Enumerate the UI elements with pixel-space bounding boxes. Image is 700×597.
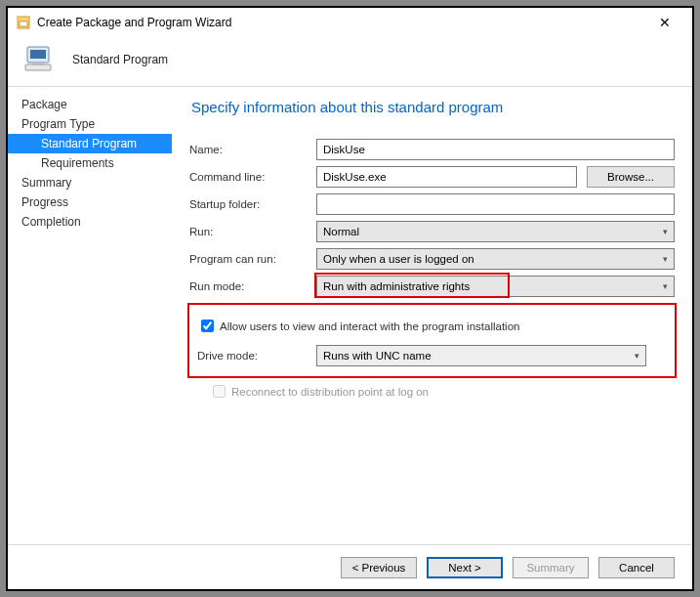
chevron-down-icon: ▾	[663, 227, 668, 236]
program-can-run-select[interactable]: Only when a user is logged on ▾	[316, 248, 675, 270]
label-name: Name:	[189, 144, 316, 155]
allow-users-label: Allow users to view and interact with th…	[220, 320, 519, 332]
run-mode-select[interactable]: Run with administrative rights ▾	[316, 276, 675, 297]
run-select[interactable]: Normal ▾	[316, 221, 675, 242]
annotation-highlight-group: Allow users to view and interact with th…	[187, 303, 677, 378]
svg-rect-5	[32, 63, 44, 65]
run-mode-value: Run with administrative rights	[323, 280, 470, 292]
label-canrun: Program can run:	[189, 253, 316, 265]
wizard-footer: < Previous Next > Summary Cancel	[8, 544, 692, 589]
window-title: Create Package and Program Wizard	[37, 16, 645, 29]
next-button[interactable]: Next >	[427, 557, 503, 578]
reconnect-checkbox	[213, 385, 226, 398]
svg-rect-3	[30, 50, 46, 59]
chevron-down-icon: ▾	[663, 254, 668, 264]
run-select-value: Normal	[323, 226, 359, 237]
computer-icon	[21, 41, 59, 78]
startup-input[interactable]	[316, 193, 675, 215]
label-run: Run:	[189, 226, 316, 237]
allow-users-checkbox[interactable]	[201, 320, 214, 332]
sidebar-item-standard-program[interactable]: Standard Program	[8, 134, 172, 153]
chevron-down-icon: ▾	[663, 281, 668, 291]
browse-button[interactable]: Browse...	[587, 166, 675, 188]
app-icon	[16, 15, 31, 30]
sidebar-item-program-type[interactable]: Program Type	[8, 114, 172, 134]
chevron-down-icon: ▾	[635, 351, 639, 361]
sidebar-item-requirements[interactable]: Requirements	[8, 153, 172, 173]
wizard-window: Create Package and Program Wizard ✕ Stan…	[8, 8, 692, 589]
sidebar-item-summary[interactable]: Summary	[8, 173, 172, 192]
content-panel: Specify information about this standard …	[172, 87, 692, 544]
label-drivemode: Drive mode:	[197, 350, 316, 362]
cancel-button[interactable]: Cancel	[598, 557, 675, 578]
sidebar-item-package[interactable]: Package	[8, 95, 172, 114]
program-can-run-value: Only when a user is logged on	[323, 253, 474, 265]
titlebar: Create Package and Program Wizard ✕	[8, 8, 692, 37]
close-icon[interactable]: ✕	[645, 15, 684, 30]
summary-button: Summary	[513, 557, 589, 578]
wizard-steps-sidebar: Package Program Type Standard Program Re…	[8, 87, 172, 544]
reconnect-label: Reconnect to distribution point at log o…	[231, 386, 429, 398]
sidebar-item-progress[interactable]: Progress	[8, 192, 172, 212]
banner: Standard Program	[8, 37, 692, 86]
name-input[interactable]	[316, 139, 675, 160]
label-runmode: Run mode:	[189, 280, 316, 292]
label-startup: Startup folder:	[189, 198, 316, 210]
command-input[interactable]	[316, 166, 577, 188]
svg-rect-1	[20, 21, 27, 26]
drive-mode-value: Runs with UNC name	[323, 350, 432, 362]
previous-button[interactable]: < Previous	[341, 557, 417, 578]
banner-subtitle: Standard Program	[72, 53, 168, 66]
label-command: Command line:	[189, 171, 316, 183]
sidebar-item-completion[interactable]: Completion	[8, 212, 172, 232]
page-heading: Specify information about this standard …	[191, 99, 675, 115]
drive-mode-select[interactable]: Runs with UNC name ▾	[316, 345, 646, 366]
